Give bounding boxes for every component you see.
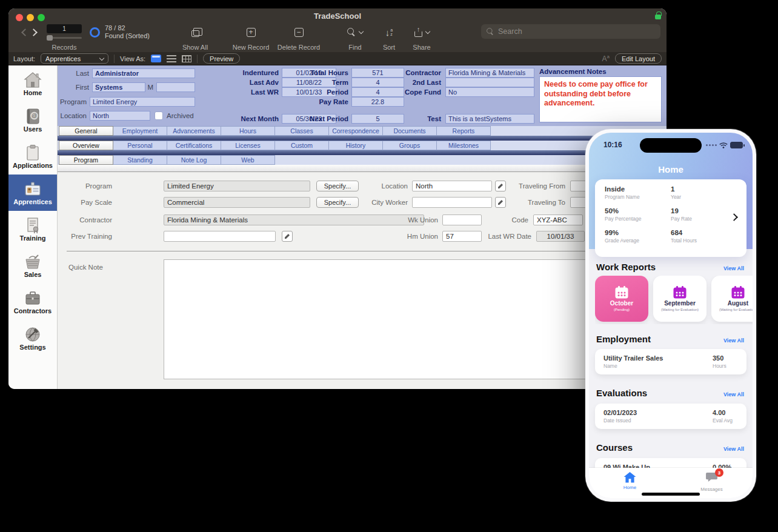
advancement-notes-field[interactable]: Needs to come pay office for outstanding… xyxy=(539,76,662,122)
tab-classes[interactable]: Classes xyxy=(274,126,329,136)
sidebar-item-training[interactable]: Training xyxy=(8,211,57,247)
middle-initial-field[interactable] xyxy=(156,82,195,92)
quick-note-input[interactable] xyxy=(164,259,630,379)
work-report-card-october[interactable]: October (Pending) xyxy=(595,276,648,322)
tab-licenses[interactable]: Licenses xyxy=(221,141,275,150)
evaluations-view-all-link[interactable]: View All xyxy=(723,391,744,397)
search-input[interactable] xyxy=(498,27,656,36)
stat-value: 684 xyxy=(671,229,737,236)
edit-layout-button[interactable]: Edit Layout xyxy=(615,53,662,64)
table-view-icon[interactable] xyxy=(182,55,191,62)
next-record-icon[interactable] xyxy=(30,28,38,36)
contractor-field[interactable]: Florida Mining & Materials xyxy=(445,68,534,78)
city-worker-field[interactable] xyxy=(412,197,492,208)
tab-row-3: Program Standing Note Log Web xyxy=(58,155,667,165)
tab-hours[interactable]: Hours xyxy=(221,126,275,136)
cellular-icon xyxy=(706,144,717,146)
tab-employment[interactable]: Employment xyxy=(113,126,167,136)
first-field[interactable]: Systems xyxy=(92,82,145,92)
tab-overview[interactable]: Overview xyxy=(59,141,113,150)
work-report-card-august[interactable]: August (Waiting for Evaluation) xyxy=(711,276,753,322)
window-title: TradeSchool xyxy=(8,12,667,21)
last-wr-date-field[interactable]: 10/01/33 xyxy=(536,231,585,242)
hm-union-field[interactable]: 57 xyxy=(442,231,482,242)
form-view-icon[interactable] xyxy=(151,55,161,62)
stat-value: 19 xyxy=(671,207,737,214)
record-nav-group xyxy=(13,24,45,51)
archived-checkbox[interactable] xyxy=(155,111,163,120)
tab-web[interactable]: Web xyxy=(221,155,275,165)
tab-milestones[interactable]: Milestones xyxy=(436,141,491,150)
location-field[interactable]: North xyxy=(90,111,150,121)
cope-fund-field[interactable]: No xyxy=(445,87,534,97)
home-icon xyxy=(24,71,42,88)
tab-program[interactable]: Program xyxy=(59,155,113,165)
courses-view-all-link[interactable]: View All xyxy=(723,446,744,452)
sidebar-item-users[interactable]: @ Users xyxy=(8,102,57,138)
sidebar-item-sales[interactable]: Sales xyxy=(8,247,57,284)
show-all-button[interactable]: Show All xyxy=(173,24,217,51)
sidebar-item-contractors[interactable]: Contractors xyxy=(8,284,57,320)
last-field[interactable]: Administrator xyxy=(92,68,195,78)
location-edit-button[interactable] xyxy=(495,181,506,191)
program-field[interactable]: Limited Energy xyxy=(90,97,195,107)
record-slider-thumb[interactable] xyxy=(47,35,53,41)
delete-record-button[interactable]: − Delete Record xyxy=(273,24,325,51)
layout-bar: Layout: Apprentices View As: Preview Aa … xyxy=(8,52,667,65)
new-record-button[interactable]: + New Record xyxy=(227,24,275,51)
sidebar-item-settings[interactable]: Settings xyxy=(8,320,57,356)
sidebar-item-applications[interactable]: Applications xyxy=(8,138,57,175)
tab-personal[interactable]: Personal xyxy=(113,141,167,150)
found-pie-icon[interactable] xyxy=(90,27,100,38)
tab-history[interactable]: History xyxy=(328,141,383,150)
list-view-icon[interactable] xyxy=(167,55,176,62)
share-button[interactable]: ↑ Share xyxy=(405,24,439,51)
sidebar-item-home[interactable]: Home xyxy=(8,65,57,102)
location-field[interactable]: North xyxy=(412,181,492,191)
tab-correspondence[interactable]: Correspondence xyxy=(328,126,383,136)
code-field[interactable]: XYZ-ABC xyxy=(533,214,583,225)
city-worker-edit-button[interactable] xyxy=(495,197,506,208)
tab-custom[interactable]: Custom xyxy=(274,141,329,150)
test-field[interactable]: This is a testSystems xyxy=(445,114,534,124)
preview-button[interactable]: Preview xyxy=(203,53,240,64)
tab-advancements[interactable]: Advancements xyxy=(167,126,221,136)
layout-dropdown[interactable]: Apprentices xyxy=(41,53,108,64)
briefcase-icon xyxy=(24,290,42,307)
tab-documents[interactable]: Documents xyxy=(382,126,437,136)
program-specify-button[interactable]: Specify... xyxy=(316,181,359,191)
record-number-field[interactable]: 1 xyxy=(47,24,82,33)
employment-view-all-link[interactable]: View All xyxy=(723,337,744,344)
sidebar-item-apprentices[interactable]: Apprentices xyxy=(8,175,57,211)
second-last-field[interactable] xyxy=(445,78,534,87)
records-label: Records xyxy=(52,44,77,51)
pay-rate-field[interactable]: 22.8 xyxy=(351,97,404,107)
prev-training-edit-button[interactable] xyxy=(282,231,293,242)
prev-training-field[interactable] xyxy=(164,231,276,242)
tab-groups[interactable]: Groups xyxy=(382,141,437,150)
tab-reports[interactable]: Reports xyxy=(436,126,491,136)
pay-scale-field[interactable]: Commercial xyxy=(164,197,310,208)
apprentice-stats-card[interactable]: InsideProgram Name 1Year 50%Pay Percenta… xyxy=(595,179,746,257)
tab-standing[interactable]: Standing xyxy=(113,155,167,165)
tab-general[interactable]: General xyxy=(59,126,113,136)
tab-note-log[interactable]: Note Log xyxy=(167,155,221,165)
work-report-card-september[interactable]: September (Waiting for Evaluation) xyxy=(653,276,707,322)
wk-union-field[interactable] xyxy=(442,214,482,225)
contractor-field[interactable]: Florida Mining & Materials xyxy=(164,214,424,225)
evaluation-row[interactable]: 02/01/2023Date Issued 4.00Eval Avg xyxy=(595,404,746,429)
tab-certifications[interactable]: Certifications xyxy=(167,141,221,150)
text-formatting-icon[interactable]: Aa xyxy=(602,54,609,63)
search-field[interactable] xyxy=(481,24,660,39)
last-wr-date-label: Last WR Date xyxy=(482,231,531,242)
employment-row[interactable]: Utility Trailer SalesName 350Hours xyxy=(595,349,746,374)
sidebar: Home @ Users Applications Apprentices Tr… xyxy=(8,65,58,389)
previous-record-icon[interactable] xyxy=(21,28,29,36)
sort-button[interactable]: ↓az Sort xyxy=(374,24,404,51)
program-field[interactable]: Limited Energy xyxy=(164,181,310,191)
pay-scale-specify-button[interactable]: Specify... xyxy=(316,197,359,208)
work-reports-view-all-link[interactable]: View All xyxy=(723,265,744,271)
record-slider[interactable] xyxy=(47,37,82,39)
home-indicator[interactable] xyxy=(642,493,700,496)
find-button[interactable]: Find xyxy=(336,24,374,51)
